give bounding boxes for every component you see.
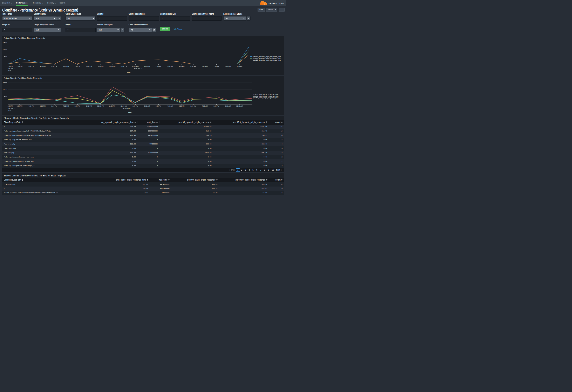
svg-text:CLOUDFLARE: CLOUDFLARE [269,3,284,5]
